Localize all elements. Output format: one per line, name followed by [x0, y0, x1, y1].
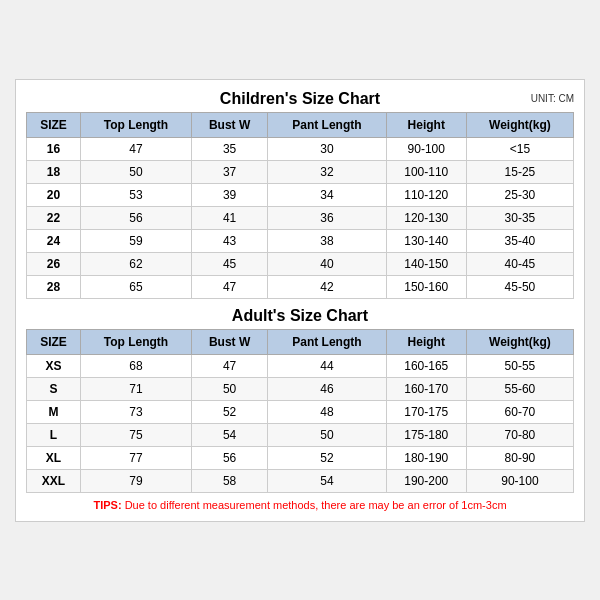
tips-row: TIPS: Due to different measurement metho… [26, 499, 574, 511]
table-cell: 45 [192, 252, 268, 275]
table-row: 20533934110-12025-30 [27, 183, 574, 206]
table-cell: 47 [80, 137, 191, 160]
children-title: Children's Size Chart [220, 90, 380, 108]
table-cell: 18 [27, 160, 81, 183]
table-cell: 20 [27, 183, 81, 206]
table-cell: 55-60 [466, 377, 573, 400]
table-cell: 77 [80, 446, 191, 469]
table-cell: 22 [27, 206, 81, 229]
table-cell: 190-200 [386, 469, 466, 492]
table-cell: L [27, 423, 81, 446]
table-cell: 56 [192, 446, 268, 469]
table-row: XL775652180-19080-90 [27, 446, 574, 469]
table-cell: 52 [192, 400, 268, 423]
table-cell: 30 [268, 137, 386, 160]
table-cell: 71 [80, 377, 191, 400]
children-col-toplength: Top Length [80, 112, 191, 137]
table-row: 22564136120-13030-35 [27, 206, 574, 229]
children-header-row: SIZE Top Length Bust W Pant Length Heigh… [27, 112, 574, 137]
table-cell: 37 [192, 160, 268, 183]
adults-col-pantlength: Pant Length [268, 329, 386, 354]
table-cell: 120-130 [386, 206, 466, 229]
table-cell: 54 [268, 469, 386, 492]
table-cell: 68 [80, 354, 191, 377]
table-cell: 26 [27, 252, 81, 275]
table-row: L755450175-18070-80 [27, 423, 574, 446]
table-cell: 90-100 [466, 469, 573, 492]
table-cell: 59 [80, 229, 191, 252]
table-cell: 62 [80, 252, 191, 275]
children-col-size: SIZE [27, 112, 81, 137]
table-cell: 50-55 [466, 354, 573, 377]
table-cell: 160-170 [386, 377, 466, 400]
children-title-row: Children's Size Chart UNIT: CM [26, 90, 574, 108]
table-cell: XXL [27, 469, 81, 492]
table-row: XXL795854190-20090-100 [27, 469, 574, 492]
adults-col-toplength: Top Length [80, 329, 191, 354]
table-cell: 34 [268, 183, 386, 206]
table-cell: 35-40 [466, 229, 573, 252]
table-cell: 36 [268, 206, 386, 229]
table-cell: 47 [192, 354, 268, 377]
table-cell: 70-80 [466, 423, 573, 446]
adults-col-weight: Weight(kg) [466, 329, 573, 354]
table-cell: 44 [268, 354, 386, 377]
table-cell: 60-70 [466, 400, 573, 423]
children-col-height: Height [386, 112, 466, 137]
table-cell: XS [27, 354, 81, 377]
table-cell: 30-35 [466, 206, 573, 229]
table-cell: 75 [80, 423, 191, 446]
unit-label: UNIT: CM [531, 93, 574, 104]
table-cell: 53 [80, 183, 191, 206]
table-cell: 16 [27, 137, 81, 160]
table-row: M735248170-17560-70 [27, 400, 574, 423]
table-cell: 15-25 [466, 160, 573, 183]
table-cell: 35 [192, 137, 268, 160]
table-cell: 48 [268, 400, 386, 423]
children-table: SIZE Top Length Bust W Pant Length Heigh… [26, 112, 574, 299]
adults-col-height: Height [386, 329, 466, 354]
table-cell: 40-45 [466, 252, 573, 275]
table-row: 18503732100-11015-25 [27, 160, 574, 183]
chart-container: Children's Size Chart UNIT: CM SIZE Top … [15, 79, 585, 522]
table-row: 28654742150-16045-50 [27, 275, 574, 298]
table-cell: 180-190 [386, 446, 466, 469]
table-cell: M [27, 400, 81, 423]
table-cell: <15 [466, 137, 573, 160]
adults-title: Adult's Size Chart [232, 307, 368, 325]
table-cell: 28 [27, 275, 81, 298]
table-cell: 50 [192, 377, 268, 400]
adults-col-size: SIZE [27, 329, 81, 354]
table-cell: 56 [80, 206, 191, 229]
table-cell: 100-110 [386, 160, 466, 183]
table-cell: 50 [80, 160, 191, 183]
table-cell: 80-90 [466, 446, 573, 469]
table-cell: 46 [268, 377, 386, 400]
table-row: S715046160-17055-60 [27, 377, 574, 400]
table-cell: 42 [268, 275, 386, 298]
table-cell: 160-165 [386, 354, 466, 377]
adults-header-row: SIZE Top Length Bust W Pant Length Heigh… [27, 329, 574, 354]
table-cell: 38 [268, 229, 386, 252]
tips-label: TIPS: [93, 499, 121, 511]
table-cell: 25-30 [466, 183, 573, 206]
table-cell: 170-175 [386, 400, 466, 423]
table-cell: 24 [27, 229, 81, 252]
table-cell: 90-100 [386, 137, 466, 160]
table-cell: 40 [268, 252, 386, 275]
table-cell: 39 [192, 183, 268, 206]
children-col-pantlength: Pant Length [268, 112, 386, 137]
table-cell: 32 [268, 160, 386, 183]
table-row: XS684744160-16550-55 [27, 354, 574, 377]
children-col-bustw: Bust W [192, 112, 268, 137]
table-cell: 50 [268, 423, 386, 446]
section-divider [26, 299, 574, 307]
table-cell: 58 [192, 469, 268, 492]
children-col-weight: Weight(kg) [466, 112, 573, 137]
adults-table: SIZE Top Length Bust W Pant Length Heigh… [26, 329, 574, 493]
table-cell: 65 [80, 275, 191, 298]
table-cell: S [27, 377, 81, 400]
table-row: 24594338130-14035-40 [27, 229, 574, 252]
table-cell: 45-50 [466, 275, 573, 298]
table-row: 26624540140-15040-45 [27, 252, 574, 275]
